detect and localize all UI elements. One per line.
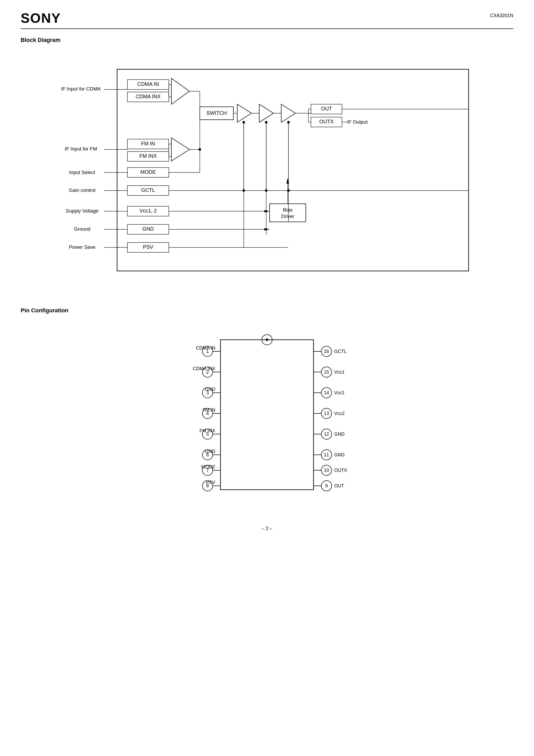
gnd11-pin-label: GND — [334, 452, 345, 457]
svg-marker-65 — [264, 228, 270, 230]
block-diagram-container: CDMA IN CDMA INX IF Input for CDMA SWITC… — [34, 54, 500, 286]
block-diagram-svg: CDMA IN CDMA INX IF Input for CDMA SWITC… — [34, 54, 500, 286]
page-header: SONY CXA3201N — [21, 10, 513, 29]
if-input-cdma-label: IF Input for CDMA — [61, 86, 100, 92]
cdma-in-label: CDMA IN — [137, 81, 159, 87]
page-number: – 2 – — [262, 526, 272, 531]
pin9-num: 9 — [325, 483, 328, 488]
pin10-num: 10 — [324, 468, 329, 473]
cdma-inx-label: CDMA INX — [136, 94, 161, 99]
fm-inx-label: FM INX — [139, 153, 157, 159]
cdma-in-pin-label: CDMA IN — [196, 345, 215, 351]
pin-config-section: Pin Configuration 1 CDMA IN 2 CDMA INX 3… — [21, 307, 513, 510]
svg-marker-16 — [281, 104, 295, 122]
power-save-label: Power Save — [69, 244, 95, 250]
part-number: CXA3201N — [490, 10, 513, 18]
out-label: OUT — [321, 106, 332, 111]
svg-point-52 — [242, 189, 245, 192]
fm-in-label: FM IN — [141, 141, 155, 146]
pin-config-title: Pin Configuration — [21, 307, 513, 314]
vcc1-14-pin-label: Vcc1 — [334, 390, 345, 395]
mode-pin-label: MODE — [201, 464, 215, 470]
mode-label: MODE — [140, 169, 156, 175]
fm-in-pin-label: FM IN — [203, 408, 215, 413]
switch-label: SWITCH — [206, 110, 227, 116]
outx-pin-label: OUTX — [334, 468, 347, 473]
pin16-num: 16 — [324, 349, 329, 354]
block-diagram-section: Block Diagram CDMA IN CDMA INX IF Input … — [21, 37, 513, 286]
gain-control-label: Gain control — [69, 187, 95, 193]
svg-rect-75 — [221, 340, 313, 490]
page-footer: – 2 – — [21, 526, 513, 531]
block-diagram-title: Block Diagram — [21, 37, 513, 43]
fm-inx-pin-label: FM INX — [200, 428, 215, 433]
svg-point-54 — [265, 189, 268, 192]
pin13-num: 13 — [324, 411, 329, 416]
gctl-pin-label: GCTL — [334, 349, 347, 354]
svg-rect-0 — [117, 69, 468, 271]
pin11-num: 11 — [324, 452, 329, 457]
svg-marker-15 — [259, 104, 274, 122]
pin14-num: 14 — [324, 390, 329, 395]
cdma-inx-pin-label: CDMA INX — [193, 366, 215, 371]
svg-marker-14 — [237, 104, 252, 122]
svg-point-47 — [199, 148, 201, 151]
gnd6-pin-label: GND — [205, 449, 215, 454]
if-output-label: IF Output — [347, 119, 368, 124]
psv-pin-label: PSV — [206, 480, 215, 485]
svg-marker-5 — [172, 78, 189, 104]
vcc1-15-pin-label: Vcc1 — [334, 369, 345, 375]
outx-label: OUTX — [319, 119, 334, 124]
pin-config-svg: 1 CDMA IN 2 CDMA INX 3 GND 4 FM IN 5 FM … — [151, 324, 383, 510]
pin12-num: 12 — [324, 432, 329, 437]
out-pin-label: OUT — [334, 483, 344, 488]
ground-label: Ground — [74, 226, 90, 232]
input-select-label: Input Select — [69, 170, 95, 175]
gctl-label: GCTL — [141, 187, 155, 193]
gnd3-pin-label: GND — [205, 387, 215, 392]
supply-voltage-label: Supply Voltage — [66, 208, 99, 214]
vcc12-label: Vcc1, 2 — [140, 208, 157, 214]
svg-marker-60 — [264, 210, 270, 212]
svg-point-77 — [266, 338, 268, 341]
bias-driver-label2: Driver — [281, 214, 294, 219]
psv-label: PSV — [143, 244, 153, 250]
pin15-num: 15 — [324, 369, 329, 375]
gnd-label: GND — [143, 226, 154, 232]
if-input-fm-label: IF Input for FM — [65, 146, 97, 151]
bias-driver-label: Bias — [283, 207, 293, 212]
svg-marker-30 — [172, 138, 189, 161]
sony-logo: SONY — [21, 10, 61, 26]
gnd12-pin-label: GND — [334, 432, 345, 437]
vcc2-pin-label: Vcc2 — [334, 411, 345, 416]
svg-rect-61 — [270, 204, 306, 222]
